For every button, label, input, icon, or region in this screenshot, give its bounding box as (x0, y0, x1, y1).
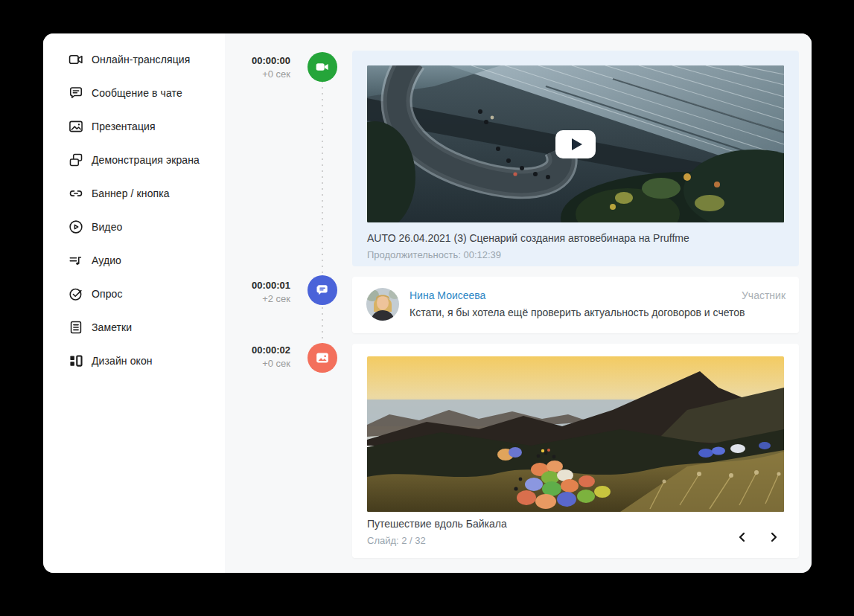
sidebar-item-label: Онлайн-трансляция (92, 54, 190, 65)
image-icon (68, 118, 84, 135)
sidebar-item-window-design[interactable]: Дизайн окон (43, 344, 225, 377)
audio-note-icon (68, 252, 84, 269)
sidebar-item-banner-button[interactable]: Баннер / кнопка (43, 176, 225, 210)
presentation-event-card[interactable]: Путешествие вдоль Байкала Слайд: 2 / 32 (352, 344, 799, 558)
event-time: 00:00:00 (231, 54, 290, 68)
chat-author-name[interactable]: Нина Моисеева (410, 289, 786, 302)
sidebar-item-label: Демонстрация экрана (92, 154, 200, 166)
sidebar-item-audio[interactable]: Аудио (43, 243, 225, 277)
presentation-event-node[interactable] (307, 343, 337, 373)
sidebar-item-label: Дизайн окон (92, 355, 153, 367)
event-time: 00:00:02 (231, 344, 290, 357)
play-button[interactable] (555, 130, 596, 158)
event-offset: +0 сек (231, 357, 290, 370)
event-time: 00:00:01 (231, 279, 290, 292)
event-timestamp: 00:00:00 +0 сек (231, 54, 290, 81)
play-circle-icon (68, 219, 84, 235)
notes-icon (68, 319, 84, 336)
sidebar-item-video[interactable]: Видео (43, 210, 225, 243)
slide-navigation (736, 531, 780, 543)
event-offset: +2 сек (231, 292, 290, 306)
chat-bubble-icon (315, 283, 330, 298)
poll-check-icon (68, 286, 84, 302)
sidebar-item-presentation[interactable]: Презентация (43, 109, 225, 143)
screen-share-icon (68, 152, 84, 168)
sidebar-item-label: Опрос (92, 288, 123, 300)
sidebar-item-label: Баннер / кнопка (92, 187, 170, 199)
image-icon (315, 350, 330, 365)
chat-icon (68, 85, 84, 101)
video-event-node[interactable] (307, 52, 337, 82)
presentation-slide-counter: Слайд: 2 / 32 (367, 535, 784, 547)
sidebar-item-online-broadcast[interactable]: Онлайн-трансляция (43, 42, 225, 76)
chat-author-role: Участник (742, 289, 786, 301)
chevron-left-icon (736, 531, 748, 543)
avatar (366, 288, 399, 321)
event-timestamp: 00:00:01 +2 сек (231, 279, 290, 306)
sidebar-item-label: Заметки (92, 321, 132, 333)
sidebar-item-notes[interactable]: Заметки (43, 310, 225, 344)
next-slide-button[interactable] (768, 531, 780, 543)
previous-slide-button[interactable] (736, 531, 748, 543)
sidebar-item-label: Аудио (92, 254, 121, 266)
chat-event-card[interactable]: Нина Моисеева Кстати, я бы хотела ещё пр… (352, 277, 799, 333)
chat-message-text: Кстати, я бы хотела ещё проверить актуал… (410, 307, 786, 319)
link-icon (68, 185, 84, 202)
sidebar-item-label: Сообщение в чате (92, 87, 182, 99)
sidebar-item-poll[interactable]: Опрос (43, 277, 225, 310)
autowebinar-editor-window: Онлайн-трансляция Сообщение в чате Презе… (43, 33, 812, 573)
window-layout-icon (68, 353, 84, 369)
event-offset: +0 сек (231, 68, 290, 81)
sidebar-item-screen-share[interactable]: Демонстрация экрана (43, 143, 225, 176)
sidebar-item-label: Видео (92, 221, 122, 233)
sidebar-item-label: Презентация (92, 121, 156, 132)
presentation-title: Путешествие вдоль Байкала (367, 518, 784, 530)
video-event-card[interactable]: AUTO 26.04.2021 (3) Сценарий создания ав… (352, 51, 799, 266)
content-types-sidebar: Онлайн-трансляция Сообщение в чате Презе… (43, 33, 225, 573)
videocam-icon (68, 51, 84, 68)
video-title: AUTO 26.04.2021 (3) Сценарий создания ав… (367, 232, 784, 245)
timeline-connector-line (322, 67, 323, 359)
video-duration: Продолжительность: 00:12:39 (367, 249, 784, 261)
chevron-right-icon (768, 531, 780, 543)
presentation-slide-mountain-camp (367, 356, 784, 512)
chat-event-node[interactable] (307, 275, 337, 305)
sidebar-item-chat-message[interactable]: Сообщение в чате (43, 76, 225, 109)
timeline-canvas: 00:00:00 +0 сек (225, 33, 812, 573)
videocam-icon (315, 60, 330, 74)
event-timestamp: 00:00:02 +0 сек (231, 344, 290, 370)
